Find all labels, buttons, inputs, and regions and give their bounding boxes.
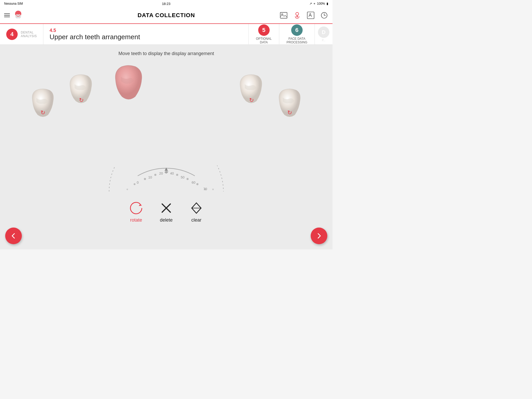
menu-button[interactable]	[4, 14, 10, 17]
tooth-4-rotate-icon: ↻	[249, 97, 254, 104]
step-4[interactable]: 4 DENTALANALYSIS	[0, 24, 43, 44]
main-content: Move teeth to display the display arrang…	[0, 45, 332, 249]
svg-point-24	[204, 189, 206, 190]
step-6[interactable]: 6 FACE DATAPROCESSING	[279, 24, 315, 44]
svg-text:60: 60	[192, 181, 195, 184]
tooth-2[interactable]: ↻	[66, 73, 96, 106]
tooth-5[interactable]: ↻	[275, 88, 304, 119]
step-5[interactable]: 5 OPTIONALDATA	[249, 24, 279, 44]
svg-text:0: 0	[137, 181, 138, 184]
svg-rect-7	[307, 12, 314, 19]
step-7-partial: D P...	[315, 24, 332, 44]
battery-icon: ▮	[327, 2, 328, 5]
step-6-label: FACE DATAPROCESSING	[287, 37, 307, 44]
svg-rect-3	[280, 12, 287, 18]
forward-button[interactable]	[311, 228, 327, 244]
step-bar: 4 DENTALANALYSIS 4.5 Upper arch teeth ar…	[0, 24, 332, 45]
step-4-badge: 4	[6, 29, 18, 40]
svg-point-22	[187, 178, 189, 180]
clear-icon	[189, 201, 204, 215]
battery-text: 100%	[317, 2, 325, 5]
step-7-label-partial: P...	[322, 39, 325, 42]
svg-text:40: 40	[170, 171, 174, 175]
time-text: 18:23	[162, 2, 170, 6]
step-5-badge: 5	[258, 24, 270, 36]
nav-left	[4, 10, 23, 21]
instruction-text: Move teeth to display the display arrang…	[118, 51, 214, 56]
clear-label: clear	[191, 217, 201, 223]
back-button[interactable]	[5, 228, 22, 244]
svg-point-19	[154, 174, 156, 176]
tooth-center[interactable]	[112, 64, 145, 102]
tooth-4[interactable]: ↻	[236, 73, 266, 106]
step-5-label: OPTIONALDATA	[256, 37, 272, 44]
svg-text:50: 50	[181, 175, 184, 179]
tooth-5-rotate-icon: ↻	[287, 109, 292, 116]
step-sub-label: Upper arch teeth arrangement	[50, 33, 140, 41]
delete-button[interactable]: delete	[159, 201, 174, 223]
svg-point-25	[134, 183, 136, 185]
rotate-button[interactable]: rotate	[129, 201, 143, 223]
step-4-sublabel: DENTALANALYSIS	[21, 31, 37, 38]
svg-text:20: 20	[159, 171, 163, 175]
rotate-icon	[129, 201, 143, 215]
tooth-1[interactable]: ↻	[29, 88, 57, 119]
svg-point-18	[144, 178, 146, 180]
step-7-badge-partial: D	[318, 26, 329, 38]
history-icon[interactable]	[320, 11, 328, 19]
bottom-toolbar: rotate delete clear	[129, 197, 204, 229]
app-logo	[13, 10, 23, 21]
delete-icon	[159, 201, 174, 215]
top-nav-bar: DATA COLLECTION	[0, 7, 332, 24]
svg-point-23	[196, 183, 198, 185]
svg-text:10: 10	[148, 175, 152, 179]
bluetooth-icon: ⌖	[314, 2, 315, 5]
image-icon[interactable]	[280, 11, 288, 19]
rotate-label: rotate	[130, 217, 142, 223]
svg-point-28	[130, 202, 142, 214]
nav-right	[280, 11, 328, 19]
gauge-area[interactable]: 0 10 20 30 40 50 60 70	[101, 165, 231, 197]
svg-point-27	[212, 189, 214, 190]
svg-point-21	[176, 174, 178, 176]
location-icon: ↗	[309, 2, 312, 5]
clear-button[interactable]: clear	[189, 201, 204, 223]
import-icon[interactable]	[293, 11, 301, 19]
status-right: ↗ ⌖ 100% ▮	[309, 2, 328, 5]
step-sub-number: 4.5	[50, 28, 140, 33]
step-detail-text: 4.5 Upper arch teeth arrangement	[50, 28, 140, 41]
svg-point-20	[165, 171, 168, 174]
step-4-detail: 4.5 Upper arch teeth arrangement	[43, 24, 249, 44]
step-6-badge: 6	[291, 24, 303, 36]
delete-label: delete	[160, 217, 172, 223]
tooth-1-rotate-icon: ↻	[41, 109, 45, 116]
edit-icon[interactable]	[307, 11, 315, 19]
carrier-text: Nessuna SIM	[4, 2, 23, 5]
status-bar: Nessuna SIM 18:23 ↗ ⌖ 100% ▮	[0, 0, 332, 7]
teeth-area[interactable]: ↻ ↻	[0, 56, 332, 165]
step-4-text: DENTALANALYSIS	[21, 31, 37, 38]
svg-point-26	[127, 189, 128, 190]
tooth-2-rotate-icon: ↻	[79, 97, 84, 104]
page-title: DATA COLLECTION	[137, 12, 195, 19]
